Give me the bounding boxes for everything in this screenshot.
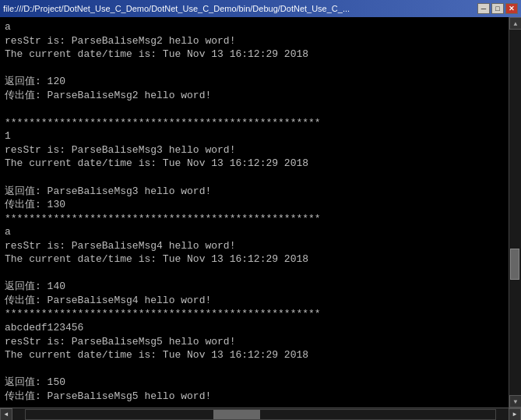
console-line: ****************************************… — [5, 212, 504, 226]
close-button[interactable]: ✕ — [505, 3, 518, 14]
scroll-track[interactable] — [509, 30, 521, 395]
console-line: resStr is: ParseBaliseMsg4 hello word! — [5, 239, 504, 253]
console-line: 1 — [5, 129, 504, 143]
console-line — [5, 102, 504, 116]
scroll-up-arrow[interactable]: ▲ — [509, 17, 521, 30]
console-line: a — [5, 20, 504, 34]
title-bar-text: file:///D:/Project/DotNet_Use_C_Demo/Dot… — [3, 4, 474, 13]
console-line: The current date/time is: Tue Nov 13 16:… — [5, 48, 504, 62]
console-area: aresStr is: ParseBaliseMsg2 hello word!T… — [0, 17, 509, 408]
console-line: 传出值: ParseBaliseMsg2 hello word! — [5, 89, 504, 103]
console-line: resStr is: ParseBaliseMsg2 hello word! — [5, 34, 504, 48]
console-line — [5, 171, 504, 185]
console-line: The current date/time is: Tue Nov 13 16:… — [5, 252, 504, 266]
bottom-scrollbar-track[interactable] — [25, 409, 496, 420]
console-line — [5, 266, 504, 281]
console-line: 传出值: 130 — [5, 198, 504, 212]
console-line: 传出值: ParseBaliseMsg5 hello word! — [5, 390, 504, 404]
bottom-scrollbar-thumb[interactable] — [213, 410, 260, 419]
console-line: 返回值: 140 — [5, 280, 504, 294]
console-line: The current date/time is: Tue Nov 13 16:… — [5, 348, 504, 362]
console-line: abcdedf123456 — [5, 321, 504, 335]
scroll-right-arrow[interactable]: ► — [509, 408, 521, 421]
console-line: resStr is: ParseBaliseMsg5 hello word! — [5, 335, 504, 349]
console-line — [5, 362, 504, 376]
scroll-down-arrow[interactable]: ▼ — [509, 395, 521, 408]
console-content: aresStr is: ParseBaliseMsg2 hello word!T… — [5, 20, 504, 404]
console-line: The current date/time is: Tue Nov 13 16:… — [5, 157, 504, 171]
console-line — [5, 403, 504, 404]
bottom-bar: ◄ ► — [0, 408, 521, 420]
console-line: a — [5, 225, 504, 239]
console-line: ****************************************… — [5, 116, 504, 130]
console-line: 返回值: ParseBaliseMsg3 hello word! — [5, 185, 504, 199]
console-line: 返回值: 120 — [5, 75, 504, 89]
console-line: ****************************************… — [5, 307, 504, 321]
console-line — [5, 62, 504, 76]
title-bar-buttons: ─ □ ✕ — [477, 3, 518, 14]
console-line: resStr is: ParseBaliseMsg3 hello word! — [5, 143, 504, 157]
scroll-left-arrow[interactable]: ◄ — [0, 408, 12, 421]
right-scrollbar[interactable]: ▲ ▼ — [509, 17, 521, 408]
maximize-button[interactable]: □ — [491, 3, 504, 14]
minimize-button[interactable]: ─ — [477, 3, 490, 14]
window: file:///D:/Project/DotNet_Use_C_Demo/Dot… — [0, 0, 521, 420]
scroll-thumb[interactable] — [510, 249, 519, 280]
console-line: 传出值: ParseBaliseMsg4 hello word! — [5, 294, 504, 308]
console-line: 返回值: 150 — [5, 376, 504, 390]
title-bar: file:///D:/Project/DotNet_Use_C_Demo/Dot… — [0, 0, 521, 17]
